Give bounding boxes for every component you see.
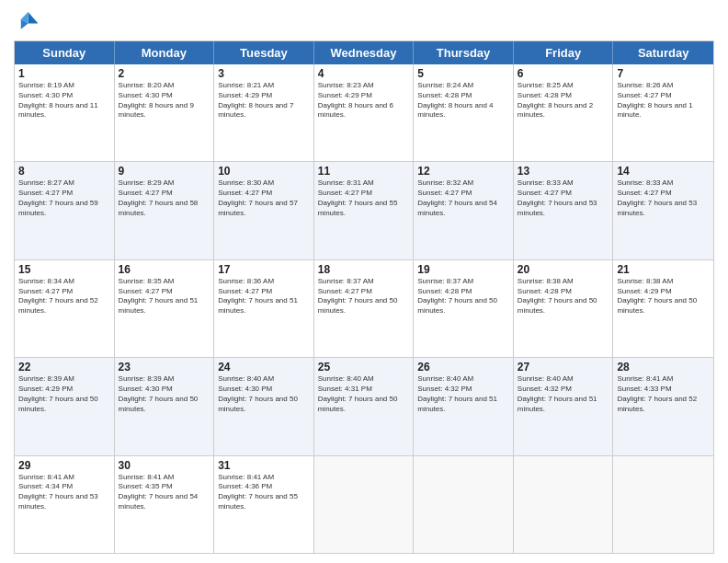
day-number: 21 bbox=[617, 263, 710, 276]
day-info: Sunrise: 8:24 AMSunset: 4:28 PMDaylight:… bbox=[417, 81, 509, 121]
day-info: Sunrise: 8:39 AMSunset: 4:30 PMDaylight:… bbox=[119, 374, 210, 414]
day-number: 7 bbox=[617, 67, 710, 80]
header bbox=[14, 9, 714, 35]
calendar-day-8: 8Sunrise: 8:27 AMSunset: 4:27 PMDaylight… bbox=[15, 162, 115, 259]
calendar-day-6: 6Sunrise: 8:25 AMSunset: 4:28 PMDaylight… bbox=[514, 64, 614, 161]
calendar-day-13: 13Sunrise: 8:33 AMSunset: 4:27 PMDayligh… bbox=[514, 162, 614, 259]
svg-marker-0 bbox=[28, 12, 39, 23]
day-info: Sunrise: 8:40 AMSunset: 4:30 PMDaylight:… bbox=[218, 374, 310, 414]
day-number: 24 bbox=[218, 361, 310, 373]
day-info: Sunrise: 8:40 AMSunset: 4:32 PMDaylight:… bbox=[417, 374, 509, 414]
day-number: 4 bbox=[318, 67, 410, 80]
header-day-wednesday: Wednesday bbox=[314, 41, 415, 64]
day-number: 31 bbox=[218, 459, 310, 472]
calendar-body: 1Sunrise: 8:19 AMSunset: 4:30 PMDaylight… bbox=[15, 64, 713, 553]
calendar-day-14: 14Sunrise: 8:33 AMSunset: 4:27 PMDayligh… bbox=[613, 162, 713, 259]
day-info: Sunrise: 8:41 AMSunset: 4:35 PMDaylight:… bbox=[119, 473, 210, 512]
day-number: 13 bbox=[518, 165, 609, 178]
calendar-day-16: 16Sunrise: 8:35 AMSunset: 4:27 PMDayligh… bbox=[115, 260, 215, 357]
calendar-day-25: 25Sunrise: 8:40 AMSunset: 4:31 PMDayligh… bbox=[314, 358, 415, 454]
calendar-week-2: 8Sunrise: 8:27 AMSunset: 4:27 PMDaylight… bbox=[15, 162, 713, 259]
calendar-week-5: 29Sunrise: 8:41 AMSunset: 4:34 PMDayligh… bbox=[15, 456, 713, 553]
day-number: 29 bbox=[18, 459, 110, 472]
header-day-friday: Friday bbox=[514, 41, 614, 64]
calendar-day-9: 9Sunrise: 8:29 AMSunset: 4:27 PMDaylight… bbox=[115, 162, 215, 259]
calendar-day-11: 11Sunrise: 8:31 AMSunset: 4:27 PMDayligh… bbox=[314, 162, 415, 259]
day-info: Sunrise: 8:37 AMSunset: 4:28 PMDaylight:… bbox=[417, 277, 509, 316]
day-info: Sunrise: 8:35 AMSunset: 4:27 PMDaylight:… bbox=[119, 277, 210, 316]
day-info: Sunrise: 8:29 AMSunset: 4:27 PMDaylight:… bbox=[119, 178, 210, 218]
calendar-day-1: 1Sunrise: 8:19 AMSunset: 4:30 PMDaylight… bbox=[15, 64, 115, 161]
day-number: 27 bbox=[518, 361, 609, 373]
day-info: Sunrise: 8:33 AMSunset: 4:27 PMDaylight:… bbox=[518, 178, 609, 218]
calendar-day-27: 27Sunrise: 8:40 AMSunset: 4:32 PMDayligh… bbox=[514, 358, 614, 454]
calendar-week-3: 15Sunrise: 8:34 AMSunset: 4:27 PMDayligh… bbox=[15, 260, 713, 358]
calendar-week-1: 1Sunrise: 8:19 AMSunset: 4:30 PMDaylight… bbox=[15, 64, 713, 162]
day-info: Sunrise: 8:36 AMSunset: 4:27 PMDaylight:… bbox=[218, 277, 310, 316]
day-number: 25 bbox=[318, 361, 410, 373]
day-info: Sunrise: 8:21 AMSunset: 4:29 PMDaylight:… bbox=[218, 81, 310, 121]
calendar-day-30: 30Sunrise: 8:41 AMSunset: 4:35 PMDayligh… bbox=[115, 456, 215, 553]
day-info: Sunrise: 8:31 AMSunset: 4:27 PMDaylight:… bbox=[318, 178, 410, 218]
day-number: 1 bbox=[18, 67, 110, 80]
day-info: Sunrise: 8:40 AMSunset: 4:31 PMDaylight:… bbox=[318, 374, 410, 414]
calendar-day-10: 10Sunrise: 8:30 AMSunset: 4:27 PMDayligh… bbox=[214, 162, 314, 259]
calendar-day-19: 19Sunrise: 8:37 AMSunset: 4:28 PMDayligh… bbox=[414, 260, 514, 357]
logo-icon bbox=[14, 9, 40, 35]
calendar-day-26: 26Sunrise: 8:40 AMSunset: 4:32 PMDayligh… bbox=[414, 358, 514, 454]
calendar-empty-cell bbox=[613, 456, 713, 553]
calendar-day-18: 18Sunrise: 8:37 AMSunset: 4:27 PMDayligh… bbox=[314, 260, 415, 357]
day-info: Sunrise: 8:25 AMSunset: 4:28 PMDaylight:… bbox=[518, 81, 609, 121]
day-info: Sunrise: 8:26 AMSunset: 4:27 PMDaylight:… bbox=[617, 81, 710, 121]
day-info: Sunrise: 8:41 AMSunset: 4:34 PMDaylight:… bbox=[18, 473, 110, 512]
header-day-thursday: Thursday bbox=[414, 41, 514, 64]
calendar: SundayMondayTuesdayWednesdayThursdayFrid… bbox=[14, 40, 714, 554]
day-number: 5 bbox=[417, 67, 509, 80]
day-info: Sunrise: 8:38 AMSunset: 4:29 PMDaylight:… bbox=[617, 277, 710, 316]
calendar-day-21: 21Sunrise: 8:38 AMSunset: 4:29 PMDayligh… bbox=[613, 260, 713, 357]
page: SundayMondayTuesdayWednesdayThursdayFrid… bbox=[0, 0, 728, 563]
day-number: 15 bbox=[18, 263, 110, 276]
calendar-day-5: 5Sunrise: 8:24 AMSunset: 4:28 PMDaylight… bbox=[414, 64, 514, 161]
day-info: Sunrise: 8:41 AMSunset: 4:33 PMDaylight:… bbox=[617, 374, 710, 414]
calendar-day-7: 7Sunrise: 8:26 AMSunset: 4:27 PMDaylight… bbox=[613, 64, 713, 161]
day-info: Sunrise: 8:20 AMSunset: 4:30 PMDaylight:… bbox=[119, 81, 210, 121]
day-number: 23 bbox=[119, 361, 210, 373]
day-number: 11 bbox=[318, 165, 410, 178]
day-info: Sunrise: 8:34 AMSunset: 4:27 PMDaylight:… bbox=[18, 277, 110, 316]
calendar-day-15: 15Sunrise: 8:34 AMSunset: 4:27 PMDayligh… bbox=[15, 260, 115, 357]
day-info: Sunrise: 8:27 AMSunset: 4:27 PMDaylight:… bbox=[18, 178, 110, 218]
calendar-day-28: 28Sunrise: 8:41 AMSunset: 4:33 PMDayligh… bbox=[613, 358, 713, 454]
header-day-sunday: Sunday bbox=[15, 41, 115, 64]
day-info: Sunrise: 8:41 AMSunset: 4:36 PMDaylight:… bbox=[218, 473, 310, 512]
day-number: 9 bbox=[119, 165, 210, 178]
calendar-day-22: 22Sunrise: 8:39 AMSunset: 4:29 PMDayligh… bbox=[15, 358, 115, 454]
day-info: Sunrise: 8:39 AMSunset: 4:29 PMDaylight:… bbox=[18, 374, 110, 414]
day-number: 12 bbox=[417, 165, 509, 178]
calendar-day-4: 4Sunrise: 8:23 AMSunset: 4:29 PMDaylight… bbox=[314, 64, 415, 161]
calendar-day-12: 12Sunrise: 8:32 AMSunset: 4:27 PMDayligh… bbox=[414, 162, 514, 259]
calendar-day-31: 31Sunrise: 8:41 AMSunset: 4:36 PMDayligh… bbox=[214, 456, 314, 553]
calendar-day-2: 2Sunrise: 8:20 AMSunset: 4:30 PMDaylight… bbox=[115, 64, 215, 161]
day-number: 14 bbox=[617, 165, 710, 178]
calendar-day-17: 17Sunrise: 8:36 AMSunset: 4:27 PMDayligh… bbox=[214, 260, 314, 357]
day-number: 22 bbox=[18, 361, 110, 373]
day-info: Sunrise: 8:40 AMSunset: 4:32 PMDaylight:… bbox=[518, 374, 609, 414]
day-number: 2 bbox=[119, 67, 210, 80]
day-info: Sunrise: 8:32 AMSunset: 4:27 PMDaylight:… bbox=[417, 178, 509, 218]
calendar-day-29: 29Sunrise: 8:41 AMSunset: 4:34 PMDayligh… bbox=[15, 456, 115, 553]
header-day-tuesday: Tuesday bbox=[214, 41, 314, 64]
calendar-day-20: 20Sunrise: 8:38 AMSunset: 4:28 PMDayligh… bbox=[514, 260, 614, 357]
day-number: 18 bbox=[318, 263, 410, 276]
day-number: 10 bbox=[218, 165, 310, 178]
calendar-day-3: 3Sunrise: 8:21 AMSunset: 4:29 PMDaylight… bbox=[214, 64, 314, 161]
day-number: 16 bbox=[119, 263, 210, 276]
day-info: Sunrise: 8:37 AMSunset: 4:27 PMDaylight:… bbox=[318, 277, 410, 316]
header-day-monday: Monday bbox=[115, 41, 215, 64]
day-info: Sunrise: 8:38 AMSunset: 4:28 PMDaylight:… bbox=[518, 277, 609, 316]
day-info: Sunrise: 8:30 AMSunset: 4:27 PMDaylight:… bbox=[218, 178, 310, 218]
calendar-week-4: 22Sunrise: 8:39 AMSunset: 4:29 PMDayligh… bbox=[15, 358, 713, 455]
day-info: Sunrise: 8:23 AMSunset: 4:29 PMDaylight:… bbox=[318, 81, 410, 121]
calendar-empty-cell bbox=[314, 456, 415, 553]
logo bbox=[14, 9, 43, 35]
